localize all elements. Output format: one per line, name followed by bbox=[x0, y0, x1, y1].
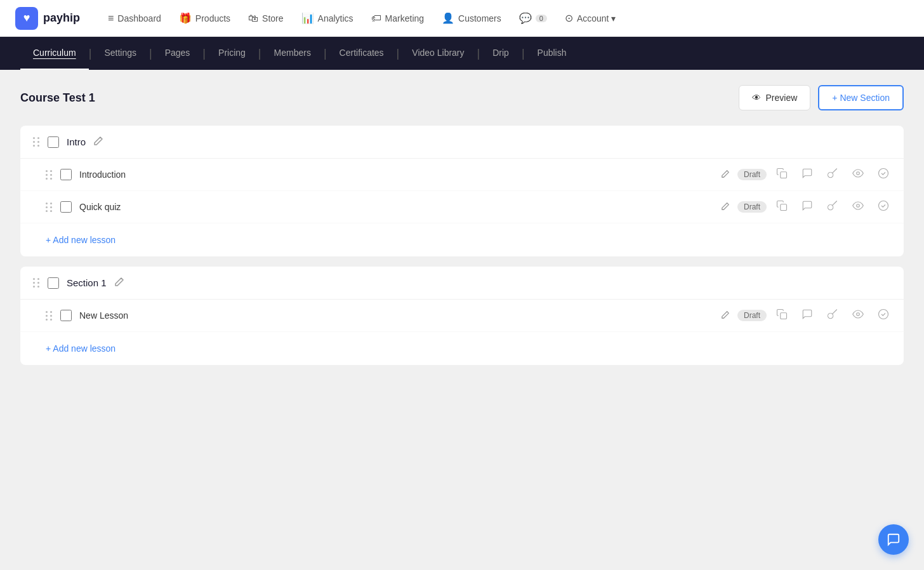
nav-customers[interactable]: 👤 Customers bbox=[434, 7, 509, 29]
nav-items: ≡ Dashboard 🎁 Products 🛍 Store 📊 Analyti… bbox=[100, 7, 909, 29]
lesson-checkbox-introduction[interactable] bbox=[60, 169, 72, 180]
tab-pricing[interactable]: Pricing bbox=[206, 37, 258, 70]
tab-drip[interactable]: Drip bbox=[480, 37, 522, 70]
nav-messages[interactable]: 💬 0 bbox=[512, 7, 555, 29]
lesson-status-new-lesson: Draft bbox=[737, 310, 767, 321]
nav-analytics[interactable]: 📊 Analytics bbox=[294, 7, 361, 29]
nav-marketing[interactable]: 🏷 Marketing bbox=[364, 8, 432, 29]
section-header-intro: Intro bbox=[20, 126, 904, 159]
new-section-button[interactable]: + New Section bbox=[818, 85, 904, 110]
lesson-row-introduction: Introduction Draft bbox=[20, 159, 904, 191]
marketing-icon: 🏷 bbox=[371, 13, 381, 24]
lesson-edit-icon-new-lesson[interactable] bbox=[721, 310, 730, 321]
nav-products-label: Products bbox=[195, 13, 230, 23]
new-section-label: + New Section bbox=[832, 93, 890, 103]
comment-icon-quick-quiz[interactable] bbox=[800, 200, 815, 214]
add-lesson-button-section1[interactable]: + Add new lesson bbox=[46, 343, 116, 354]
tab-video-library[interactable]: Video Library bbox=[399, 37, 477, 70]
check-icon-introduction[interactable] bbox=[876, 168, 891, 182]
svg-point-7 bbox=[857, 313, 860, 316]
svg-rect-6 bbox=[781, 313, 787, 319]
lesson-status-quick-quiz: Draft bbox=[737, 201, 767, 213]
lesson-edit-icon-quick-quiz[interactable] bbox=[721, 202, 730, 213]
eye-icon-quick-quiz[interactable] bbox=[850, 200, 866, 214]
nav-marketing-label: Marketing bbox=[385, 13, 424, 23]
dashboard-icon: ≡ bbox=[108, 13, 114, 24]
svg-point-2 bbox=[879, 169, 888, 178]
key-icon-introduction[interactable] bbox=[825, 168, 840, 182]
section-checkbox-intro[interactable] bbox=[48, 136, 59, 148]
add-lesson-label-intro: + Add new lesson bbox=[46, 235, 116, 245]
eye-icon-introduction[interactable] bbox=[850, 168, 866, 182]
customers-icon: 👤 bbox=[442, 12, 454, 24]
eye-icon-new-lesson[interactable] bbox=[850, 308, 866, 322]
lesson-edit-icon-introduction[interactable] bbox=[721, 169, 730, 180]
drag-handle-new-lesson[interactable] bbox=[46, 311, 53, 321]
svg-rect-3 bbox=[781, 204, 787, 211]
lesson-row-new-lesson: New Lesson Draft bbox=[20, 300, 904, 332]
lesson-name-quick-quiz: Quick quiz bbox=[79, 202, 713, 212]
drag-handle-intro[interactable] bbox=[33, 137, 40, 147]
lesson-row-quick-quiz: Quick quiz Draft bbox=[20, 191, 904, 223]
section-checkbox-section1[interactable] bbox=[48, 277, 59, 289]
section-card-intro: Intro Introduction bbox=[20, 126, 904, 256]
messages-icon: 💬 bbox=[519, 12, 532, 24]
tab-curriculum[interactable]: Curriculum bbox=[20, 37, 89, 70]
preview-label: Preview bbox=[766, 93, 798, 103]
key-icon-new-lesson[interactable] bbox=[825, 308, 840, 322]
check-icon-new-lesson[interactable] bbox=[876, 308, 891, 322]
store-icon: 🛍 bbox=[248, 13, 258, 24]
drag-handle-quick-quiz[interactable] bbox=[46, 202, 53, 212]
nav-store[interactable]: 🛍 Store bbox=[241, 8, 291, 29]
account-icon: ⊙ bbox=[565, 12, 573, 24]
lesson-actions-introduction bbox=[774, 168, 891, 182]
lesson-status-introduction: Draft bbox=[737, 169, 767, 180]
nav-account[interactable]: ⊙ Account ▾ bbox=[557, 7, 623, 29]
comment-icon-new-lesson[interactable] bbox=[800, 308, 815, 322]
drag-handle-introduction[interactable] bbox=[46, 170, 53, 180]
lesson-checkbox-quick-quiz[interactable] bbox=[60, 201, 72, 213]
svg-point-1 bbox=[857, 172, 860, 175]
section-header-section1: Section 1 bbox=[20, 267, 904, 300]
lesson-checkbox-new-lesson[interactable] bbox=[60, 310, 72, 321]
svg-point-4 bbox=[857, 204, 860, 208]
section-edit-icon-section1[interactable] bbox=[114, 277, 124, 289]
tab-settings[interactable]: Settings bbox=[91, 37, 149, 70]
logo[interactable]: ♥ payhip bbox=[15, 7, 80, 30]
key-icon-quick-quiz[interactable] bbox=[825, 200, 840, 214]
nav-analytics-label: Analytics bbox=[318, 13, 353, 23]
lesson-actions-new-lesson bbox=[774, 308, 891, 322]
preview-button[interactable]: 👁 Preview bbox=[739, 85, 811, 110]
add-lesson-button-intro[interactable]: + Add new lesson bbox=[46, 235, 116, 245]
check-icon-quick-quiz[interactable] bbox=[876, 200, 891, 214]
page-header: Course Test 1 👁 Preview + New Section bbox=[20, 85, 904, 110]
nav-dashboard[interactable]: ≡ Dashboard bbox=[100, 8, 169, 29]
lesson-name-new-lesson: New Lesson bbox=[79, 310, 713, 321]
copy-icon-introduction[interactable] bbox=[774, 168, 789, 182]
tab-publish[interactable]: Publish bbox=[525, 37, 579, 70]
add-lesson-row-intro: + Add new lesson bbox=[20, 223, 904, 256]
nav-store-label: Store bbox=[262, 13, 283, 23]
drag-handle-section1[interactable] bbox=[33, 278, 40, 288]
lesson-actions-quick-quiz bbox=[774, 200, 891, 214]
section-name-intro: Intro bbox=[67, 136, 86, 147]
top-nav: ♥ payhip ≡ Dashboard 🎁 Products 🛍 Store … bbox=[0, 0, 924, 37]
nav-account-label: Account ▾ bbox=[577, 13, 616, 23]
svg-point-5 bbox=[879, 201, 888, 211]
comment-icon-introduction[interactable] bbox=[800, 168, 815, 182]
tab-pages[interactable]: Pages bbox=[152, 37, 203, 70]
tab-members[interactable]: Members bbox=[261, 37, 324, 70]
add-lesson-row-section1: + Add new lesson bbox=[20, 332, 904, 365]
page-title: Course Test 1 bbox=[20, 91, 95, 105]
nav-products[interactable]: 🎁 Products bbox=[171, 7, 238, 29]
section-edit-icon-intro[interactable] bbox=[93, 136, 103, 148]
nav-dashboard-label: Dashboard bbox=[117, 13, 161, 23]
copy-icon-new-lesson[interactable] bbox=[774, 308, 789, 322]
copy-icon-quick-quiz[interactable] bbox=[774, 200, 789, 214]
section-card-section1: Section 1 New Lesson bbox=[20, 267, 904, 365]
products-icon: 🎁 bbox=[179, 12, 192, 24]
messages-badge: 0 bbox=[536, 15, 547, 22]
add-lesson-label-section1: + Add new lesson bbox=[46, 343, 116, 354]
logo-text: payhip bbox=[43, 11, 80, 25]
tab-certificates[interactable]: Certificates bbox=[327, 37, 397, 70]
